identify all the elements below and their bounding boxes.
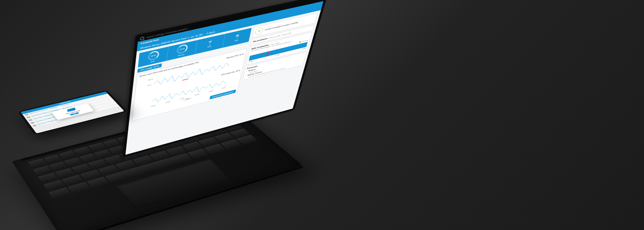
- chart-legend-cpu: CPU: [185, 98, 190, 101]
- svg-text:50 %: 50 %: [147, 84, 152, 86]
- metric-disk-label: Disk: [235, 39, 238, 42]
- avatar-icon: [30, 121, 35, 124]
- metric-nic-label: NICs: [207, 45, 212, 48]
- chevron-right-icon: ›: [246, 70, 247, 72]
- chevron-right-icon: ›: [245, 75, 247, 77]
- problems-title: No problems: [253, 37, 268, 43]
- avatar-icon: [32, 124, 37, 127]
- refresh-icon: ↻: [254, 27, 264, 35]
- status-running-dot: [299, 41, 301, 43]
- search-icon: [140, 36, 144, 40]
- phone-viewport: ONPAGE Dynatrace Problem P-18104069 — Th…: [21, 92, 124, 133]
- phone-device: ONPAGE Dynatrace Problem P-18104069 — Th…: [18, 90, 127, 135]
- avatar-icon: [28, 119, 33, 121]
- svg-text:100 %: 100 %: [148, 78, 154, 81]
- svg-line-2: [182, 79, 188, 80]
